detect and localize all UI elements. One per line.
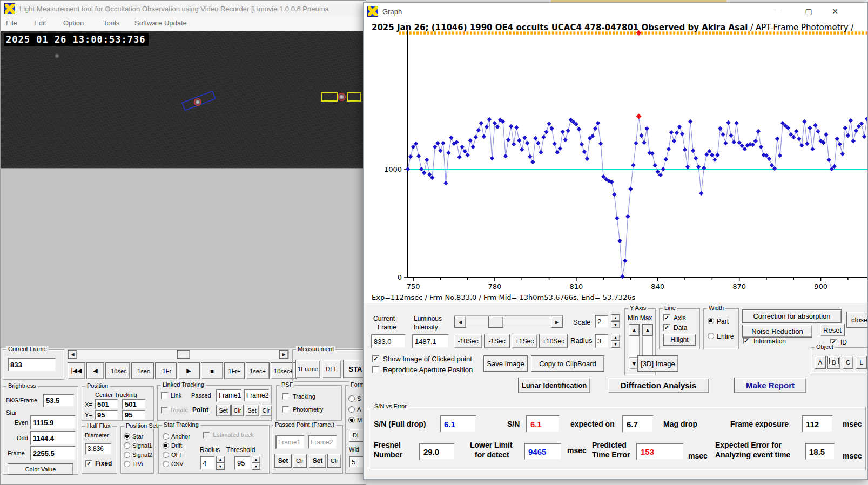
- position-set-signal1-radio[interactable]: [124, 442, 130, 449]
- scale-spinner[interactable]: [611, 314, 620, 328]
- noise-reduction-button[interactable]: Noise Reduction: [742, 325, 812, 338]
- linked-set1-button[interactable]: Set: [216, 405, 231, 416]
- form-option3-radio[interactable]: [348, 417, 355, 423]
- information-checkbox[interactable]: [743, 338, 750, 345]
- hilight-button[interactable]: Hilight: [663, 334, 696, 346]
- graph-scroll-left-icon[interactable]: [454, 316, 466, 328]
- reset-button[interactable]: Reset: [820, 324, 845, 336]
- main-titlebar[interactable]: Light Measurement tool for Occultation O…: [1, 1, 366, 17]
- tracking-threshold-spinner[interactable]: [252, 456, 260, 470]
- fresnel-number-value[interactable]: 29.0: [419, 443, 455, 460]
- minus-1frame-button[interactable]: -1Fr: [155, 362, 177, 379]
- plus-1frame-button[interactable]: 1Fr+: [224, 362, 245, 379]
- save-image-button[interactable]: Save Image: [483, 355, 528, 372]
- scroll-left-icon[interactable]: [68, 350, 77, 359]
- star-even-value[interactable]: 1115.9: [30, 415, 76, 429]
- current-frame-input[interactable]: 833: [8, 358, 56, 372]
- object-c-button[interactable]: C: [843, 356, 853, 369]
- comparison-aperture-right[interactable]: [347, 92, 361, 102]
- graph-radius-spinner[interactable]: [611, 334, 620, 348]
- frame-exposure-value[interactable]: 112: [802, 415, 833, 433]
- plus-1sec-button[interactable]: 1sec+: [246, 362, 270, 379]
- measure-del-button[interactable]: DEL: [322, 360, 341, 378]
- correction-absorption-button[interactable]: Correction for absorption: [742, 309, 842, 323]
- step-back-button[interactable]: ◀: [86, 362, 104, 379]
- yaxis-max-up-icon[interactable]: [642, 324, 653, 336]
- show-image-checkbox[interactable]: [372, 355, 379, 362]
- passed-clr1-button[interactable]: Clr: [293, 454, 307, 468]
- graph-scroll-right-icon[interactable]: [551, 316, 563, 328]
- lunar-identification-button[interactable]: Lunar Identification: [518, 378, 590, 393]
- link-checkbox[interactable]: [161, 392, 168, 399]
- menu-tools[interactable]: Tools: [103, 19, 119, 27]
- close-icon[interactable]: ✕: [823, 3, 847, 19]
- graph-current-frame-input[interactable]: 833.0: [371, 334, 406, 348]
- form-option2-radio[interactable]: [348, 406, 355, 413]
- scale-input[interactable]: 2: [595, 315, 609, 328]
- passed-set1-button[interactable]: Set: [274, 454, 292, 468]
- scroll-right-icon[interactable]: [279, 350, 288, 359]
- predicted-time-error-value[interactable]: 153: [636, 443, 684, 460]
- passed-frame1-box[interactable]: Frame1: [275, 435, 305, 449]
- play-button[interactable]: ▶: [178, 362, 200, 379]
- minimize-icon[interactable]: –: [764, 3, 789, 19]
- video-frame[interactable]: 2025 01 26 13:00:53:736: [1, 31, 366, 168]
- position-y-tracking[interactable]: 95: [122, 410, 146, 420]
- half-flux-value[interactable]: 3.836: [85, 443, 112, 455]
- position-x-tracking[interactable]: 501: [122, 399, 146, 409]
- light-curve-plot[interactable]: 75078081084087090001000: [364, 20, 868, 303]
- yaxis-min-up-icon[interactable]: [629, 324, 640, 336]
- tracking-radius-input[interactable]: 4: [200, 456, 215, 470]
- plus-1sec-graph-button[interactable]: +1Sec: [512, 334, 537, 348]
- graph-radius-input[interactable]: 3: [595, 334, 609, 348]
- psf-photometry-checkbox[interactable]: [282, 406, 289, 413]
- menu-software-update[interactable]: Software Update: [134, 19, 187, 27]
- expected-error-value[interactable]: 18.5: [805, 443, 835, 460]
- frame-scrollbar[interactable]: [68, 349, 289, 359]
- color-value-button[interactable]: Color Value: [8, 463, 73, 475]
- passed-set2-button[interactable]: Set: [309, 454, 326, 468]
- yaxis-max-track[interactable]: [642, 336, 653, 358]
- make-report-button[interactable]: Make Report: [734, 378, 806, 393]
- width-entire-radio[interactable]: [708, 333, 714, 339]
- rewind-button[interactable]: |◀◀: [68, 362, 85, 379]
- lower-limit-value[interactable]: 9465: [524, 443, 562, 460]
- reproduce-aperture-checkbox[interactable]: [372, 366, 379, 373]
- linked-clr1-button[interactable]: Clr: [231, 405, 244, 416]
- menu-edit[interactable]: Edit: [34, 19, 46, 27]
- yaxis-min-track[interactable]: [629, 336, 640, 358]
- line-axis-checkbox[interactable]: [663, 314, 670, 321]
- expected-magdrop-value[interactable]: 6.7: [622, 415, 654, 433]
- position-set-signal2-radio[interactable]: [124, 452, 130, 458]
- tracking-off-radio[interactable]: [163, 452, 169, 458]
- tracking-drift-radio[interactable]: [163, 442, 169, 449]
- line-data-checkbox[interactable]: [663, 324, 670, 331]
- form-option1-radio[interactable]: [348, 395, 355, 402]
- measure-1frame-button[interactable]: 1Frame: [295, 360, 320, 378]
- position-set-tivi-radio[interactable]: [124, 461, 130, 467]
- diffraction-analysis-button[interactable]: Diffraction Analysis: [608, 378, 709, 393]
- tracking-threshold-input[interactable]: 95: [234, 456, 251, 470]
- minus-10sec-button[interactable]: -10sec: [105, 362, 130, 379]
- bkg-frame-value[interactable]: 53.5: [43, 394, 75, 407]
- object-l-button[interactable]: L: [856, 356, 867, 369]
- minus-1sec-graph-button[interactable]: -1Sec: [484, 334, 510, 348]
- fixed-checkbox[interactable]: [85, 460, 92, 467]
- sn-full-drop-value[interactable]: 6.1: [440, 415, 476, 433]
- graph-close-button[interactable]: close: [846, 312, 868, 328]
- plus-10sec-graph-button[interactable]: +10Sec: [539, 334, 568, 348]
- menu-file[interactable]: File: [6, 19, 17, 27]
- linked-set2-button[interactable]: Set: [245, 405, 259, 416]
- object-b-button[interactable]: B: [827, 356, 840, 369]
- position-y-center[interactable]: 95: [95, 410, 118, 420]
- minus-10sec-graph-button[interactable]: -10Sec: [454, 334, 482, 348]
- graph-titlebar[interactable]: Graph: [364, 3, 868, 20]
- star-odd-value[interactable]: 1144.4: [30, 431, 76, 445]
- linked-frame2-box[interactable]: Frame2: [244, 389, 270, 402]
- width-part-radio[interactable]: [708, 318, 714, 324]
- maximize-icon[interactable]: ▢: [796, 3, 821, 19]
- sn-value[interactable]: 6.1: [526, 415, 560, 433]
- position-x-center[interactable]: 501: [95, 399, 118, 409]
- passed-clr2-button[interactable]: Clr: [327, 454, 341, 468]
- menu-option[interactable]: Option: [63, 19, 84, 27]
